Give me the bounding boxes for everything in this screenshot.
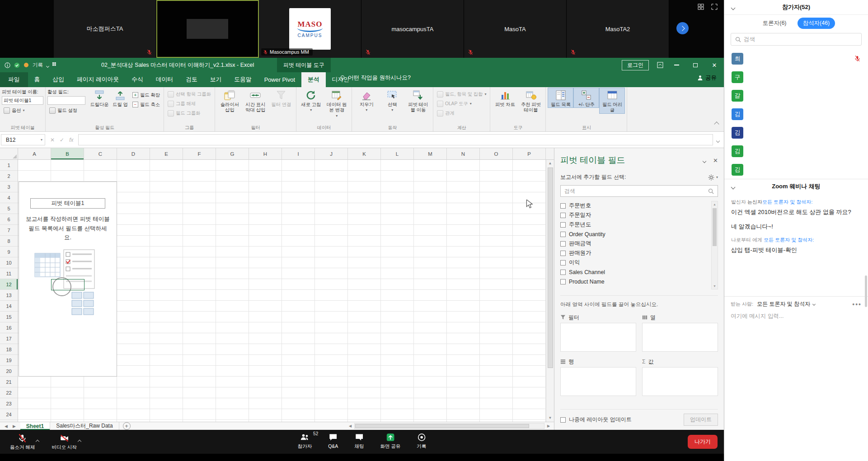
video-tile[interactable]: MasoTA2: [567, 0, 669, 58]
row-header[interactable]: 12: [0, 279, 18, 290]
expand-formula-bar-icon[interactable]: [713, 136, 723, 144]
ribbon-tab[interactable]: 수식: [125, 72, 150, 87]
participants-button[interactable]: 52 참가자: [298, 433, 312, 450]
drill-down-button[interactable]: 드릴다운: [89, 88, 110, 108]
insert-slicer-button[interactable]: 슬라이서 삽입: [217, 88, 243, 114]
enter-icon[interactable]: ✓: [60, 137, 64, 143]
filter-connections-button[interactable]: 필터 연결: [268, 88, 294, 108]
next-sheet-icon[interactable]: ▶: [13, 424, 16, 428]
row-header[interactable]: 17: [0, 333, 18, 344]
column-header[interactable]: B: [51, 148, 84, 160]
video-tile[interactable]: masocampusTA: [361, 0, 464, 58]
checkbox[interactable]: [560, 203, 566, 209]
share-button[interactable]: 공유: [690, 74, 724, 82]
vertical-scrollbar[interactable]: ▲ ▼: [546, 160, 554, 422]
ribbon-tab[interactable]: 삽입: [46, 72, 70, 87]
video-options-chevron[interactable]: [78, 437, 81, 445]
row-header[interactable]: 20: [0, 366, 18, 377]
field-list-scrollbar[interactable]: ▲ ▼: [711, 201, 718, 289]
tell-me-search[interactable]: 어떤 작업을 원하시나요?: [340, 74, 411, 82]
video-tile[interactable]: [156, 0, 259, 58]
defer-layout-checkbox[interactable]: [560, 417, 566, 423]
row-header[interactable]: 18: [0, 344, 18, 355]
column-header[interactable]: H: [249, 148, 282, 160]
video-tile[interactable]: MASO CAMPUS Masocampus MM: [259, 0, 361, 58]
row-header[interactable]: 19: [0, 355, 18, 366]
field-search-input[interactable]: 검색: [560, 185, 718, 197]
participant-row[interactable]: 김: [724, 105, 868, 123]
field-checkbox-item[interactable]: 주문년도: [560, 220, 710, 229]
select-all-corner[interactable]: [0, 148, 18, 160]
ribbon-tab[interactable]: 도움말: [228, 72, 258, 87]
field-checkbox-item[interactable]: Order Quantity: [560, 229, 710, 239]
scrollbar-thumb[interactable]: [713, 208, 717, 246]
horizontal-scrollbar[interactable]: ◀ ▶: [346, 422, 554, 430]
participant-search-input[interactable]: 검색: [731, 33, 862, 46]
tab-attendees[interactable]: 참석자(46): [798, 18, 835, 29]
ribbon-tab[interactable]: 보기: [204, 72, 228, 87]
row-header[interactable]: 8: [0, 236, 18, 247]
field-settings-button[interactable]: 필드 설정: [47, 106, 89, 115]
column-header[interactable]: J: [315, 148, 348, 160]
next-videos-button[interactable]: [676, 22, 689, 34]
checkbox[interactable]: [560, 232, 566, 237]
ribbon-display-options-icon[interactable]: [657, 62, 663, 68]
column-header[interactable]: F: [183, 148, 216, 160]
name-box[interactable]: B12▾: [1, 134, 45, 145]
sheet-tab-sheet1[interactable]: Sheet1: [20, 422, 50, 430]
row-header[interactable]: 21: [0, 377, 18, 387]
ribbon-tab[interactable]: 홈: [28, 72, 47, 87]
new-sheet-button[interactable]: +: [123, 422, 131, 430]
ribbon-tab[interactable]: 검토: [179, 72, 204, 87]
check-shield-icon[interactable]: [14, 62, 20, 68]
row-header[interactable]: 1: [0, 160, 18, 171]
participant-row[interactable]: 최: [724, 49, 868, 68]
collapse-panel-icon[interactable]: [732, 3, 735, 11]
rows-drop-well[interactable]: [560, 367, 636, 396]
participant-row[interactable]: 김: [724, 160, 868, 179]
fullscreen-icon[interactable]: [711, 4, 718, 10]
gallery-view-icon[interactable]: [698, 4, 704, 10]
cancel-icon[interactable]: ✕: [50, 137, 55, 143]
column-header[interactable]: I: [282, 148, 315, 160]
column-header[interactable]: P: [513, 148, 546, 160]
formula-input[interactable]: [78, 134, 713, 145]
column-header[interactable]: L: [381, 148, 414, 160]
plus-minus-buttons-toggle[interactable]: +/- 단추: [573, 88, 599, 108]
row-header[interactable]: 10: [0, 257, 18, 268]
chat-button[interactable]: 채팅: [354, 433, 364, 450]
move-pivottable-button[interactable]: 피벗 테이블 이동: [405, 88, 431, 114]
participant-row[interactable]: 김: [724, 142, 868, 160]
field-checkbox-item[interactable]: 주문일자: [560, 210, 710, 220]
row-header[interactable]: 22: [0, 387, 18, 398]
column-header[interactable]: E: [150, 148, 183, 160]
column-header[interactable]: K: [348, 148, 381, 160]
share-screen-button[interactable]: 화면 공유: [380, 433, 400, 450]
select-button[interactable]: 선택▾: [380, 88, 405, 113]
recommended-pivottables-button[interactable]: 추천 피벗 테이블: [518, 88, 544, 114]
row-header[interactable]: 14: [0, 301, 18, 312]
video-tile[interactable]: MasoTA: [464, 0, 567, 58]
row-header[interactable]: 15: [0, 312, 18, 322]
clear-button[interactable]: 지우기▾: [354, 88, 380, 113]
scrollbar-thumb[interactable]: [355, 424, 529, 428]
update-button[interactable]: 업데이트: [684, 414, 718, 426]
active-field-input[interactable]: [47, 96, 85, 105]
pivotchart-button[interactable]: 피벗 차트: [492, 88, 518, 108]
field-list-toggle[interactable]: 필드 목록: [548, 88, 573, 108]
collapse-field-button[interactable]: −필드 축소: [131, 100, 162, 109]
ribbon-tab[interactable]: 페이지 레이아웃: [70, 72, 125, 87]
column-header[interactable]: G: [216, 148, 249, 160]
field-headers-toggle[interactable]: 필드 머리글: [599, 88, 625, 114]
more-options-icon[interactable]: •••: [852, 301, 862, 308]
refresh-button[interactable]: 새로 고침▾: [298, 88, 324, 113]
checkbox[interactable]: [560, 222, 566, 228]
recipient-dropdown[interactable]: 모든 토론자 및 참석자: [757, 300, 815, 308]
field-checkbox-item[interactable]: Sales Channel: [560, 267, 710, 277]
scrollbar-thumb[interactable]: [548, 168, 553, 368]
pivot-name-input[interactable]: 피벗 테이블1: [2, 96, 43, 105]
relationships-button[interactable]: 관계: [435, 108, 488, 118]
login-button[interactable]: 로그인: [622, 60, 649, 70]
maximize-button[interactable]: [686, 58, 705, 72]
field-checkbox-item[interactable]: 판매금액: [560, 239, 710, 248]
